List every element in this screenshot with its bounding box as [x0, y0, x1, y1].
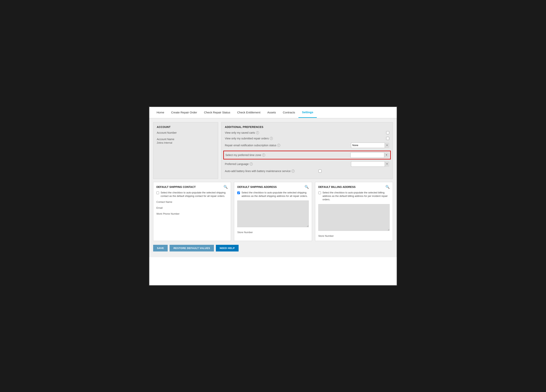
pref-timezone-row: Select my preferred time zone i ▼ [223, 151, 391, 159]
battery-checkbox[interactable] [318, 170, 322, 173]
billing-address-panel: DEFAULT BILLING ADDRESS 🔍 Select the che… [315, 182, 393, 241]
pref-saved-carts-label: View only my saved carts i [225, 131, 384, 134]
preferences-title: ADDITIONAL PREFERENCES [225, 126, 389, 128]
pref-submitted-orders-row: View only my submitted repair orders i [225, 137, 389, 140]
contact-phone-label: Work Phone Number [156, 212, 228, 215]
timezone-info-icon[interactable]: i [262, 153, 265, 157]
billing-address-checkbox-row: Select the checkbox to auto-populate the… [318, 191, 390, 202]
shipping-address-textarea[interactable] [237, 201, 309, 227]
shipping-contact-checkbox-row: Select the checkbox to auto-populate the… [156, 191, 228, 198]
pref-email-notification-row: Repair email notification subscription s… [225, 143, 389, 148]
timezone-select[interactable] [351, 152, 389, 158]
billing-address-search-icon[interactable]: 🔍 [385, 185, 390, 189]
email-notification-select[interactable]: None All Partial [351, 143, 389, 148]
pref-language-label: Preferred Language i [225, 163, 349, 165]
shipping-contact-search-icon[interactable]: 🔍 [223, 185, 228, 189]
language-select-wrapper: ▼ [351, 161, 389, 167]
nav-bar: Home Create Repair Order Check Repair St… [149, 107, 397, 118]
saved-carts-info-icon[interactable]: i [256, 131, 259, 134]
account-number-field: Account Number [157, 131, 214, 134]
shipping-contact-panel: DEFAULT SHIPPING CONTACT 🔍 Select the ch… [153, 182, 231, 241]
submitted-orders-checkbox[interactable] [386, 137, 389, 140]
email-notification-info-icon[interactable]: i [277, 144, 280, 147]
nav-contracts[interactable]: Contracts [279, 107, 299, 117]
content-area: ACCOUNT Account Number Account Name Zebr… [149, 118, 397, 257]
account-panel: ACCOUNT Account Number Account Name Zebr… [153, 122, 218, 179]
account-name-label: Account Name [157, 138, 214, 141]
nav-check-entitlement[interactable]: Check Entitlement [234, 107, 264, 117]
contact-email-field: Email [156, 206, 228, 209]
shipping-address-search-icon[interactable]: 🔍 [305, 185, 309, 189]
billing-store-number-label: Store Number [318, 234, 390, 237]
pref-saved-carts-row: View only my saved carts i [225, 131, 389, 134]
billing-address-textarea[interactable] [318, 204, 390, 231]
account-name-field: Account Name Zebra Internal [157, 138, 214, 144]
pref-language-row: Preferred Language i ▼ [225, 161, 389, 167]
submitted-orders-info-icon[interactable]: i [270, 137, 273, 140]
shipping-contact-checkbox[interactable] [156, 191, 159, 194]
shipping-contact-checkbox-label: Select the checkbox to auto-populate the… [161, 191, 228, 198]
bottom-row: DEFAULT SHIPPING CONTACT 🔍 Select the ch… [153, 182, 393, 241]
contact-email-label: Email [156, 206, 228, 209]
pref-timezone-label: Select my preferred time zone i [225, 153, 349, 157]
language-info-icon[interactable]: i [250, 163, 253, 165]
preferences-panel: ADDITIONAL PREFERENCES View only my save… [221, 122, 393, 179]
nav-assets[interactable]: Assets [264, 107, 279, 117]
need-help-button[interactable]: NEED HELP [216, 245, 239, 252]
email-notification-select-wrapper: None All Partial ▼ [351, 143, 389, 148]
pref-battery-row: Auto-add battery lines with battery main… [225, 169, 389, 173]
billing-address-checkbox-label: Select the checkbox to auto-populate the… [323, 191, 390, 202]
restore-default-button[interactable]: RESTORE DEFAULT VALUES [169, 245, 214, 252]
account-title: ACCOUNT [157, 126, 214, 128]
top-row: ACCOUNT Account Number Account Name Zebr… [153, 122, 393, 179]
billing-address-textarea-field [318, 204, 390, 231]
language-select[interactable] [351, 161, 389, 167]
shipping-address-checkbox-row: Select the checkbox to auto-populate the… [237, 191, 309, 198]
button-row: SAVE RESTORE DEFAULT VALUES NEED HELP [153, 245, 393, 253]
billing-address-title: DEFAULT BILLING ADDRESS 🔍 [318, 185, 390, 189]
nav-create-repair-order[interactable]: Create Repair Order [168, 107, 201, 117]
nav-home[interactable]: Home [153, 107, 168, 117]
shipping-contact-title: DEFAULT SHIPPING CONTACT 🔍 [156, 185, 228, 189]
contact-name-field: Contact Name [156, 201, 228, 203]
main-container: Home Create Repair Order Check Repair St… [149, 106, 397, 286]
account-number-label: Account Number [157, 131, 214, 134]
nav-check-repair-status[interactable]: Check Repair Status [201, 107, 234, 117]
shipping-address-title: DEFAULT SHIPPING ADDRESS 🔍 [237, 185, 309, 189]
contact-phone-field: Work Phone Number [156, 212, 228, 215]
shipping-address-textarea-field [237, 201, 309, 228]
save-button[interactable]: SAVE [153, 245, 168, 252]
billing-address-checkbox[interactable] [318, 191, 321, 194]
pref-submitted-orders-label: View only my submitted repair orders i [225, 137, 384, 140]
saved-carts-checkbox[interactable] [386, 131, 389, 134]
shipping-store-number-label: Store Number [237, 231, 309, 234]
shipping-address-checkbox-label: Select the checkbox to auto-populate the… [241, 191, 309, 198]
pref-email-notification-label: Repair email notification subscription s… [225, 144, 349, 147]
shipping-address-checkbox[interactable] [237, 191, 240, 194]
pref-battery-label: Auto-add battery lines with battery main… [225, 169, 317, 173]
timezone-select-wrapper: ▼ [351, 152, 389, 158]
account-name-value: Zebra Internal [157, 141, 214, 144]
contact-name-label: Contact Name [156, 201, 228, 203]
battery-info-icon[interactable]: i [292, 170, 295, 173]
shipping-address-panel: DEFAULT SHIPPING ADDRESS 🔍 Select the ch… [234, 182, 312, 241]
nav-settings[interactable]: Settings [299, 107, 317, 118]
